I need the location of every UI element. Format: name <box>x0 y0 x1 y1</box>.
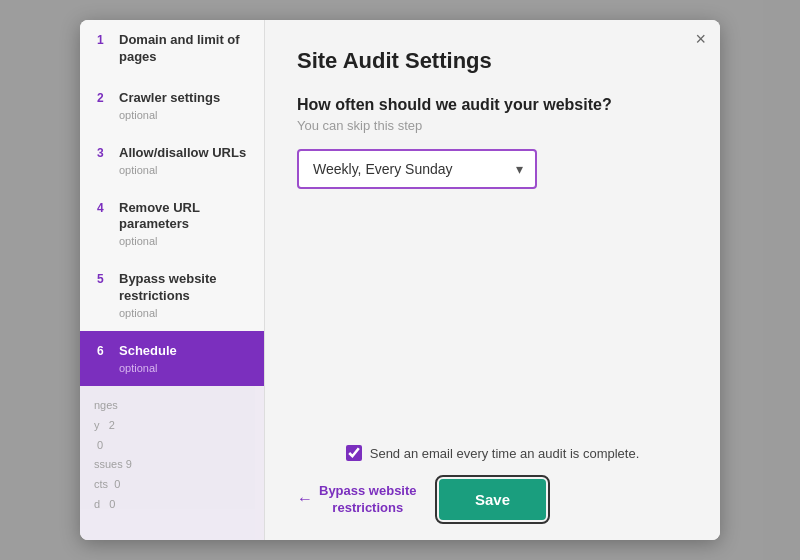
step-title-4: Remove URL parameters <box>119 200 250 234</box>
section-title: How often should we audit your website? <box>297 96 688 114</box>
sidebar-item-6[interactable]: 6 Schedule optional <box>80 331 264 386</box>
email-label: Send an email every time an audit is com… <box>370 446 640 461</box>
step-num-3: 3 <box>97 146 111 160</box>
main-panel: Site Audit Settings How often should we … <box>265 20 720 540</box>
step-title-1: Domain and limit of pages <box>119 32 250 66</box>
frequency-dropdown-wrapper[interactable]: Never Weekly, Every Sunday Daily Monthly… <box>297 149 537 189</box>
modal: × 1 Domain and limit of pages 2 Crawler … <box>80 20 720 540</box>
modal-title: Site Audit Settings <box>297 48 688 74</box>
sidebar-item-4[interactable]: 4 Remove URL parameters optional <box>80 188 264 260</box>
step-title-2: Crawler settings <box>119 90 220 107</box>
chevron-down-icon: ▾ <box>516 161 535 177</box>
step-optional-2: optional <box>119 109 220 121</box>
sidebar: 1 Domain and limit of pages 2 Crawler se… <box>80 20 265 540</box>
step-num-6: 6 <box>97 344 111 358</box>
step-optional-3: optional <box>119 164 246 176</box>
close-button[interactable]: × <box>695 30 706 48</box>
back-link[interactable]: ← Bypass websiterestrictions <box>297 483 417 517</box>
save-button[interactable]: Save <box>439 479 546 520</box>
step-num-1: 1 <box>97 33 111 47</box>
sidebar-item-1[interactable]: 1 Domain and limit of pages <box>80 20 264 78</box>
sidebar-stats-text: ngesy 2 0ssues 9cts 0d 0 <box>94 396 250 515</box>
sidebar-item-2[interactable]: 2 Crawler settings optional <box>80 78 264 133</box>
step-optional-6: optional <box>119 362 177 374</box>
step-num-4: 4 <box>97 201 111 215</box>
step-title-5: Bypass website restrictions <box>119 271 250 305</box>
email-notification-row: Send an email every time an audit is com… <box>297 445 688 461</box>
step-num-2: 2 <box>97 91 111 105</box>
step-optional-4: optional <box>119 235 250 247</box>
step-title-6: Schedule <box>119 343 177 360</box>
step-title-3: Allow/disallow URLs <box>119 145 246 162</box>
back-link-label: Bypass websiterestrictions <box>319 483 417 517</box>
step-num-5: 5 <box>97 272 111 286</box>
sidebar-stats: ngesy 2 0ssues 9cts 0d 0 <box>80 386 264 540</box>
sidebar-item-5[interactable]: 5 Bypass website restrictions optional <box>80 259 264 331</box>
section-subtitle: You can skip this step <box>297 118 688 133</box>
footer-navigation: ← Bypass websiterestrictions Save <box>297 479 688 520</box>
email-checkbox[interactable] <box>346 445 362 461</box>
modal-overlay: × 1 Domain and limit of pages 2 Crawler … <box>0 0 800 560</box>
frequency-dropdown[interactable]: Never Weekly, Every Sunday Daily Monthly <box>299 151 516 187</box>
sidebar-item-3[interactable]: 3 Allow/disallow URLs optional <box>80 133 264 188</box>
step-optional-5: optional <box>119 307 250 319</box>
back-arrow-icon: ← <box>297 489 313 510</box>
